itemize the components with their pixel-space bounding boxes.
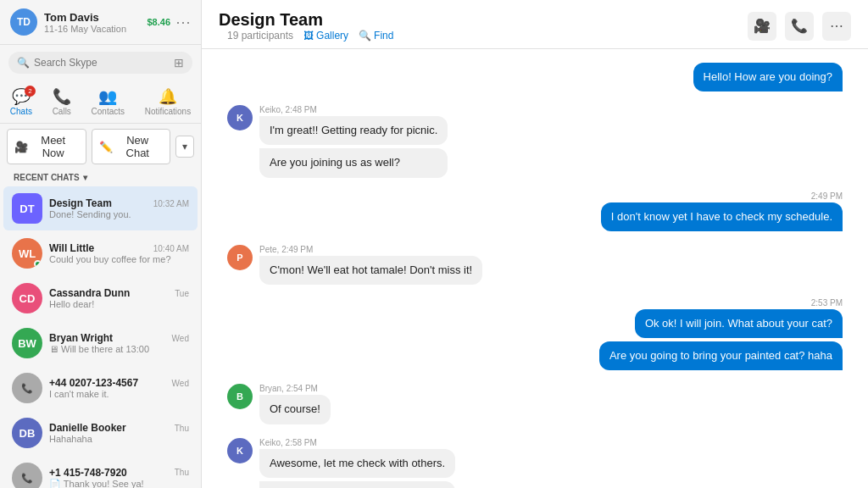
msg-group-keiko-1: K Keiko, 2:48 PM I'm great!! Getting rea… bbox=[227, 105, 843, 179]
chat-item-cassandra-dunn[interactable]: CD Cassandra Dunn Tue Hello dear! bbox=[3, 276, 198, 320]
grid-icon[interactable]: ⊞ bbox=[174, 56, 184, 69]
chat-item-bryan-wright[interactable]: BW Bryan Wright Wed 🖥 Will be there at 1… bbox=[3, 321, 198, 365]
chat-avatar: 📞 bbox=[12, 373, 42, 403]
chat-title: Design Team bbox=[219, 10, 393, 30]
chats-badge: 2 bbox=[25, 86, 36, 97]
message-bubble: Of course! bbox=[259, 395, 331, 424]
message-bubble: I don't know yet I have to check my sche… bbox=[601, 202, 843, 231]
chat-name: Danielle Booker bbox=[49, 422, 126, 434]
tab-calls-label: Calls bbox=[53, 107, 71, 116]
chat-name: Design Team bbox=[49, 197, 112, 209]
chat-preview: 🖥 Will be there at 13:00 bbox=[49, 344, 189, 354]
chevron-down-icon: ▾ bbox=[83, 173, 87, 182]
msg-avatar: K bbox=[227, 438, 253, 463]
chat-name: +44 0207-123-4567 bbox=[49, 377, 138, 389]
chat-time: Wed bbox=[172, 379, 189, 388]
tab-contacts-label: Contacts bbox=[92, 107, 125, 116]
msg-sender-time: Pete, 2:49 PM bbox=[259, 245, 482, 254]
chat-details: Design Team 10:32 AM Done! Sending you. bbox=[49, 197, 189, 219]
contacts-icon: 👥 bbox=[98, 87, 117, 106]
profile-info: Tom Davis 11-16 May Vacation bbox=[44, 11, 147, 34]
gallery-link[interactable]: 🖼 Gallery bbox=[303, 30, 348, 42]
chat-time: 10:32 AM bbox=[153, 199, 189, 208]
message-bubble: Hello! How are you doing? bbox=[693, 63, 843, 92]
action-buttons: 🎥 Meet Now ✏️ New Chat ▾ bbox=[0, 124, 201, 169]
chat-preview: I can't make it. bbox=[49, 389, 189, 399]
chat-item-phone2[interactable]: 📞 +1 415-748-7920 Thu 📄 Thank you! See y… bbox=[3, 456, 198, 488]
chat-details: Will Little 10:40 AM Could you buy coffe… bbox=[49, 242, 189, 264]
chat-item-will-little[interactable]: WL Will Little 10:40 AM Could you buy co… bbox=[3, 231, 198, 275]
msg-sender-time: Keiko, 2:48 PM bbox=[259, 105, 448, 114]
video-call-button[interactable]: 🎥 bbox=[748, 12, 776, 41]
chat-item-danielle-booker[interactable]: DB Danielle Booker Thu Hahahaha bbox=[3, 411, 198, 455]
chat-name: Cassandra Dunn bbox=[49, 287, 130, 299]
doc-icon: 📄 bbox=[49, 479, 64, 489]
chat-time: Wed bbox=[172, 334, 189, 343]
msg-time: 2:53 PM bbox=[811, 298, 843, 308]
chat-name: Bryan Wright bbox=[49, 332, 113, 344]
chat-details: Danielle Booker Thu Hahahaha bbox=[49, 422, 189, 444]
msg-sender-time: Bryan, 2:54 PM bbox=[259, 384, 331, 393]
screen-icon: 🖥 bbox=[49, 344, 61, 354]
messages-area: Hello! How are you doing? K Keiko, 2:48 … bbox=[202, 49, 868, 488]
chat-preview: Hahahaha bbox=[49, 434, 189, 444]
main-chat: Design Team 19 participants 🖼 Gallery 🔍 … bbox=[202, 0, 868, 488]
message-bubble: I'm great!! Getting ready for picnic. bbox=[259, 116, 448, 145]
search-input[interactable] bbox=[34, 57, 174, 69]
message-bubble: Awesome, let me check with others. bbox=[259, 449, 455, 478]
chat-avatar: DB bbox=[12, 418, 42, 448]
tab-contacts[interactable]: 👥 Contacts bbox=[85, 86, 131, 118]
message-bubble: Are you going to bring your painted cat?… bbox=[599, 341, 843, 370]
meet-now-button[interactable]: 🎥 Meet Now bbox=[7, 129, 86, 164]
tab-notifications[interactable]: 🔔 Notifications bbox=[138, 86, 198, 118]
search-bar: 🔍 ⊞ bbox=[8, 52, 192, 74]
msg-avatar: K bbox=[227, 105, 253, 130]
msg-group-pete: P Pete, 2:49 PM C'mon! We'll eat hot tam… bbox=[227, 245, 843, 286]
new-chat-button[interactable]: ✏️ New Chat bbox=[92, 129, 171, 164]
more-options-button[interactable]: ⋯ bbox=[822, 12, 851, 41]
tab-notifications-label: Notifications bbox=[145, 107, 191, 116]
chat-details: Bryan Wright Wed 🖥 Will be there at 13:0… bbox=[49, 332, 189, 354]
chat-preview: Done! Sending you. bbox=[49, 209, 189, 219]
sidebar: TD Tom Davis 11-16 May Vacation $8.46 ⋯ … bbox=[0, 0, 202, 488]
tab-chats[interactable]: 💬 Chats 2 bbox=[3, 86, 39, 118]
nav-tabs: 💬 Chats 2 📞 Calls 👥 Contacts 🔔 Notificat… bbox=[0, 80, 201, 124]
profile-balance: $8.46 bbox=[147, 17, 170, 27]
chat-item-design-team[interactable]: DT Design Team 10:32 AM Done! Sending yo… bbox=[3, 186, 198, 230]
recent-chats-header[interactable]: RECENT CHATS ▾ bbox=[0, 169, 201, 186]
chat-item-phone1[interactable]: 📞 +44 0207-123-4567 Wed I can't make it. bbox=[3, 366, 198, 410]
chat-time: Tue bbox=[175, 289, 189, 298]
message-bubble: Ok ok! I will join. What about your cat? bbox=[635, 309, 843, 338]
find-link[interactable]: 🔍 Find bbox=[359, 30, 393, 42]
msg-avatar: B bbox=[227, 384, 253, 409]
msg-avatar: P bbox=[227, 245, 253, 270]
chat-avatar: DT bbox=[12, 193, 42, 224]
chat-header: Design Team 19 participants 🖼 Gallery 🔍 … bbox=[202, 0, 868, 49]
msg-group-outgoing-2: 2:49 PM I don't know yet I have to check… bbox=[227, 191, 843, 233]
header-actions: 🎥 📞 ⋯ bbox=[748, 12, 851, 41]
chat-preview: Hello dear! bbox=[49, 299, 189, 309]
more-icon[interactable]: ⋯ bbox=[175, 13, 191, 31]
chat-time: 10:40 AM bbox=[153, 244, 189, 253]
calls-icon: 📞 bbox=[53, 87, 71, 106]
profile-avatar: TD bbox=[10, 8, 37, 36]
notifications-icon: 🔔 bbox=[159, 87, 177, 106]
chat-dropdown-button[interactable]: ▾ bbox=[175, 136, 194, 158]
audio-call-button[interactable]: 📞 bbox=[785, 12, 814, 41]
tab-calls[interactable]: 📞 Calls bbox=[46, 86, 78, 118]
chat-meta: 19 participants 🖼 Gallery 🔍 Find bbox=[227, 30, 393, 42]
msg-group-bryan: B Bryan, 2:54 PM Of course! bbox=[227, 384, 843, 425]
msg-group-keiko-2: K Keiko, 2:58 PM Awesome, let me check w… bbox=[227, 438, 843, 489]
tab-chats-label: Chats bbox=[10, 107, 32, 116]
message-bubble: Are you joining us as well? bbox=[259, 148, 448, 177]
chat-avatar: WL bbox=[12, 238, 42, 269]
message-bubble: C'mon! We'll eat hot tamale! Don't miss … bbox=[259, 256, 482, 285]
message-bubble: Are you okay with that place? bbox=[259, 481, 455, 488]
chat-avatar: 📞 bbox=[12, 463, 42, 488]
chat-time: Thu bbox=[175, 468, 189, 477]
gallery-icon: 🖼 bbox=[303, 30, 314, 42]
profile-name: Tom Davis bbox=[44, 11, 147, 24]
chat-name: Will Little bbox=[49, 242, 94, 254]
chat-name: +1 415-748-7920 bbox=[49, 467, 127, 479]
msg-group-outgoing-1: Hello! How are you doing? bbox=[227, 63, 843, 93]
